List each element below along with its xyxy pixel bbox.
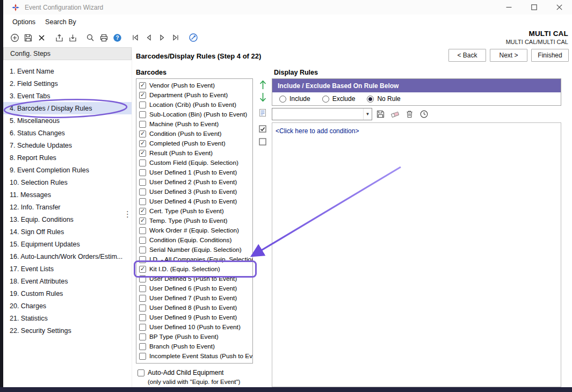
barcode-item[interactable]: Work Order # (Equip. Selection) xyxy=(136,226,252,235)
sidebar-item[interactable]: 3. Event Tabs xyxy=(3,90,132,102)
checkbox-unchecked-icon[interactable] xyxy=(139,101,146,108)
checkbox-unchecked-icon[interactable] xyxy=(139,111,146,118)
sidebar-item[interactable]: 19. Custom Rules xyxy=(3,287,132,300)
next-record-button[interactable] xyxy=(155,31,169,45)
sidebar-item[interactable]: 11. Messages xyxy=(3,188,132,201)
minimize-button[interactable] xyxy=(496,0,522,14)
add-button[interactable] xyxy=(8,31,21,45)
sidebar-item[interactable]: 4. Barcodes / Display Rules xyxy=(3,102,132,114)
barcode-item[interactable]: Vendor (Push to Event) xyxy=(136,81,252,90)
checkbox-unchecked-icon[interactable] xyxy=(139,314,146,321)
checkbox-unchecked-icon[interactable] xyxy=(139,237,146,244)
checkbox-unchecked-icon[interactable] xyxy=(139,285,146,292)
barcode-item[interactable]: User Defined 5 (Push to Event) xyxy=(136,274,252,284)
auto-add-checkbox-icon[interactable] xyxy=(137,369,144,376)
sidebar-item[interactable]: 6. Status Changes xyxy=(3,127,132,139)
uncheck-all-button[interactable] xyxy=(257,136,269,148)
checkbox-unchecked-icon[interactable] xyxy=(139,256,146,263)
auto-add-child-equipment-row[interactable]: Auto-Add Child Equipment xyxy=(137,369,223,376)
barcode-item[interactable]: Temp. Type (Push to Event) xyxy=(136,216,252,226)
delete-rule-button[interactable] xyxy=(403,108,416,120)
barcode-item[interactable]: Cert. Type (Push to Event) xyxy=(136,206,252,216)
help-button[interactable]: ? xyxy=(111,31,124,45)
sidebar-item[interactable]: 2. Field Settings xyxy=(3,77,132,90)
finished-button[interactable]: Finished xyxy=(531,49,569,62)
sidebar-item[interactable]: 13. Equip. Conditions xyxy=(3,213,132,226)
navigate-button[interactable] xyxy=(186,31,200,45)
barcodes-list[interactable]: Vendor (Push to Event)Department (Push t… xyxy=(136,78,253,364)
first-record-button[interactable] xyxy=(128,31,142,45)
previous-record-button[interactable] xyxy=(142,31,155,45)
barcode-item[interactable]: Branch (Push to Event) xyxy=(136,342,252,351)
no-rule-radio[interactable]: No Rule xyxy=(367,95,400,103)
menu-search-by[interactable]: Search By xyxy=(40,16,81,28)
barcode-item[interactable]: BP Type (Push to Event) xyxy=(136,332,252,342)
sidebar-item[interactable]: 18. Event Attributes xyxy=(3,275,132,287)
back-button[interactable]: < Back xyxy=(448,49,486,62)
checkbox-unchecked-icon[interactable] xyxy=(139,246,146,253)
checkbox-unchecked-icon[interactable] xyxy=(139,324,146,331)
include-radio[interactable]: Include xyxy=(279,95,310,103)
barcode-item[interactable]: User Defined 7 (Push to Event) xyxy=(136,293,252,303)
barcode-item[interactable]: Result (Push to Event) xyxy=(136,148,252,158)
clear-rule-button[interactable] xyxy=(388,108,401,120)
barcode-item[interactable]: Incomplete Event Status (Push to Even xyxy=(136,351,252,361)
sidebar-item[interactable]: 15. Equipment Updates xyxy=(3,238,132,250)
checkbox-checked-icon[interactable] xyxy=(139,140,146,147)
exclude-radio[interactable]: Exclude xyxy=(322,95,356,103)
barcode-item[interactable]: Completed (Push to Event) xyxy=(136,139,252,148)
sidebar-item[interactable]: 17. Event Lists xyxy=(3,263,132,275)
barcode-item[interactable]: User Defined 1 (Push to Event) xyxy=(136,168,252,177)
move-up-button[interactable] xyxy=(257,79,269,91)
sidebar-item[interactable]: 7. Schedule Updates xyxy=(3,139,132,151)
add-condition-link[interactable]: <Click here to add condition> xyxy=(276,127,359,135)
sidebar-item[interactable]: 8. Report Rules xyxy=(3,151,132,164)
sidebar-item[interactable]: 5. Miscellaneous xyxy=(3,114,132,127)
barcode-item[interactable]: User Defined 8 (Push to Event) xyxy=(136,303,252,313)
maximize-button[interactable] xyxy=(522,0,547,14)
import-button[interactable] xyxy=(66,31,79,45)
checkbox-unchecked-icon[interactable] xyxy=(139,227,146,234)
export-button[interactable] xyxy=(53,31,66,45)
barcode-item[interactable]: Custom Field (Equip. Selection) xyxy=(136,158,252,168)
barcode-item[interactable]: Condition (Push to Event) xyxy=(136,129,252,139)
sidebar-item[interactable]: 21. Statistics xyxy=(3,312,132,324)
sidebar-item[interactable]: 16. Auto-Launch/Work Orders/Estim... xyxy=(3,250,132,263)
save-rule-button[interactable] xyxy=(374,108,387,120)
sidebar-item[interactable]: 9. Event Completion Rules xyxy=(3,164,132,176)
barcode-item[interactable]: I.D. - All Companies (Equip. Selection) xyxy=(136,255,252,264)
checkbox-checked-icon[interactable] xyxy=(139,130,146,137)
barcode-item[interactable]: Sub-Location (Bin) (Push to Event) xyxy=(136,110,252,119)
sidebar-item[interactable]: 12. Info. Transfer xyxy=(3,201,132,213)
delete-button[interactable] xyxy=(35,31,48,45)
barcode-item[interactable]: Kit I.D. (Equip. Selection) xyxy=(136,264,252,274)
checkbox-unchecked-icon[interactable] xyxy=(139,333,146,340)
checkbox-unchecked-icon[interactable] xyxy=(139,353,146,360)
checkbox-checked-icon[interactable] xyxy=(139,92,146,99)
next-button[interactable]: Next > xyxy=(490,49,527,62)
checkbox-unchecked-icon[interactable] xyxy=(139,179,146,186)
sidebar-item[interactable]: 10. Selection Rules xyxy=(3,176,132,188)
barcode-item[interactable]: User Defined 4 (Push to Event) xyxy=(136,197,252,206)
print-button[interactable] xyxy=(97,31,111,45)
list-order-button[interactable] xyxy=(257,107,269,119)
barcode-item[interactable]: User Defined 3 (Push to Event) xyxy=(136,187,252,197)
rule-select-dropdown[interactable]: ▼ xyxy=(272,108,372,120)
checkbox-unchecked-icon[interactable] xyxy=(139,188,146,195)
sidebar-item[interactable]: 14. Sign Off Rules xyxy=(3,226,132,238)
move-down-button[interactable] xyxy=(257,91,269,103)
sidebar-item[interactable]: 20. Charges xyxy=(3,300,132,312)
checkbox-checked-icon[interactable] xyxy=(139,82,146,89)
last-record-button[interactable] xyxy=(169,31,182,45)
checkbox-unchecked-icon[interactable] xyxy=(139,169,146,176)
checkbox-checked-icon[interactable] xyxy=(139,217,146,224)
barcode-item[interactable]: User Defined 2 (Push to Event) xyxy=(136,177,252,187)
barcode-item[interactable]: User Defined 6 (Push to Event) xyxy=(136,284,252,293)
checkbox-checked-icon[interactable] xyxy=(139,266,146,273)
barcode-item[interactable]: Serial Number (Equip. Selection) xyxy=(136,245,252,255)
checkbox-unchecked-icon[interactable] xyxy=(139,275,146,282)
barcode-item[interactable]: User Defined 9 (Push to Event) xyxy=(136,313,252,322)
checkbox-unchecked-icon[interactable] xyxy=(139,295,146,302)
barcode-item[interactable]: Department (Push to Event) xyxy=(136,90,252,100)
barcode-item[interactable]: Condition (Equip. Conditions) xyxy=(136,235,252,245)
